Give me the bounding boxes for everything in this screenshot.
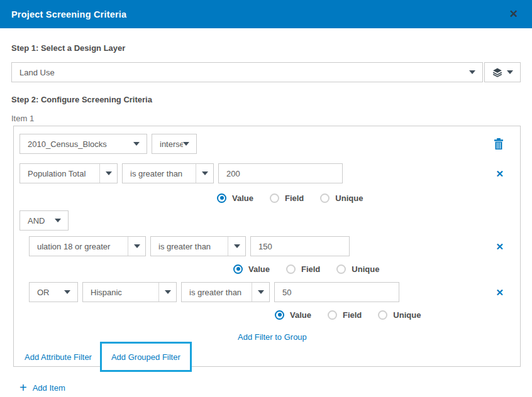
add-grouped-filter-link[interactable]: Add Grouped Filter <box>111 352 180 362</box>
chevron-down-icon <box>234 244 240 248</box>
radio-value-label: Value <box>232 193 253 203</box>
group-filter2-value-input[interactable]: 50 <box>274 282 399 302</box>
chevron-down-icon <box>165 290 171 294</box>
spatial-operator-select[interactable]: intersects <box>152 134 197 154</box>
select-caret-cell <box>99 164 117 183</box>
radio-value[interactable] <box>217 193 226 203</box>
filter1-operator-select[interactable]: is greater than <box>122 163 214 183</box>
close-icon[interactable]: ✕ <box>506 6 522 22</box>
group-logic-select[interactable]: AND <box>19 210 69 231</box>
remove-filter1-button[interactable]: ✕ <box>496 169 504 178</box>
add-grouped-filter-focus-box: Add Grouped Filter <box>100 342 192 372</box>
group-filter-row: OR Hispanic is greater than 50 ✕ <box>29 282 520 302</box>
expression-row: 2010_Census_Blocks intersects <box>19 134 520 154</box>
chevron-down-icon <box>507 70 513 74</box>
item-label: Item 1 <box>11 114 521 123</box>
radio-field-label: Field <box>343 310 362 320</box>
filter1-field-select[interactable]: Population Total <box>19 163 118 183</box>
delete-item-button[interactable] <box>494 138 504 150</box>
dialog-header: Project Screening Criteria ✕ <box>0 0 532 28</box>
select-caret-cell <box>252 283 269 302</box>
filter1-value-input[interactable]: 200 <box>218 163 343 183</box>
group-filter2-field-value: Hispanic <box>83 288 128 297</box>
select-caret-cell <box>196 164 213 183</box>
select-caret-cell <box>128 237 145 256</box>
radio-unique[interactable] <box>336 264 346 274</box>
chevron-down-icon <box>64 290 70 294</box>
filter-links-row: Add Attribute Filter Add Grouped Filter <box>25 342 520 372</box>
radio-field-label: Field <box>301 264 320 274</box>
expression-layer-select[interactable]: 2010_Census_Blocks <box>19 134 147 154</box>
group-filter1-value-type-radios: Value Field Unique <box>233 264 520 274</box>
filter1-value-type-radios: Value Field Unique <box>217 193 520 203</box>
attribute-filter-row: Population Total is greater than 200 ✕ <box>19 163 520 183</box>
group-filter1-field-select[interactable]: ulation 18 or greater <box>29 236 146 256</box>
radio-value[interactable] <box>233 264 243 274</box>
add-attribute-filter-link[interactable]: Add Attribute Filter <box>25 352 92 362</box>
plus-icon[interactable]: + <box>19 383 27 393</box>
group-filter2-operator-select[interactable]: is greater than <box>181 282 270 302</box>
group-filter2-logic-select[interactable]: OR <box>29 282 78 302</box>
radio-unique[interactable] <box>378 310 387 320</box>
design-layer-value: Land Use <box>12 68 61 77</box>
radio-field[interactable] <box>286 264 296 274</box>
project-screening-criteria-dialog: Project Screening Criteria ✕ Step 1: Sel… <box>0 0 532 397</box>
remove-icon: ✕ <box>496 169 504 178</box>
select-caret-cell <box>158 283 176 302</box>
remove-icon: ✕ <box>496 242 504 251</box>
layers-icon <box>492 68 502 77</box>
chevron-down-icon <box>469 70 475 74</box>
dialog-title: Project Screening Criteria <box>11 9 506 19</box>
group-filter1-operator-value: is greater than <box>151 242 217 251</box>
radio-field[interactable] <box>328 310 337 320</box>
group-filter2-value-type-radios: Value Field Unique <box>275 310 520 320</box>
step2-heading: Step 2: Configure Screening Criteria <box>11 95 521 104</box>
remove-group-filter2-button[interactable]: ✕ <box>496 288 504 297</box>
group-filter2-logic-value: OR <box>30 288 56 297</box>
remove-group-filter1-button[interactable]: ✕ <box>496 242 504 251</box>
add-item-link[interactable]: Add Item <box>33 383 65 393</box>
chevron-down-icon <box>106 171 112 175</box>
item-panel: 2010_Census_Blocks intersects <box>13 126 521 367</box>
add-item-row: + Add Item <box>19 383 521 393</box>
group-filter1-field-value: ulation 18 or greater <box>30 242 116 251</box>
radio-field-label: Field <box>285 193 304 203</box>
radio-field[interactable] <box>270 193 279 203</box>
group-filter2-operator-value: is greater than <box>182 288 248 297</box>
group-filter1-operator-select[interactable]: is greater than <box>150 236 246 256</box>
group-filter1-value-input[interactable]: 150 <box>250 236 350 256</box>
radio-unique-label: Unique <box>352 264 379 274</box>
group-filter-row: ulation 18 or greater is greater than 15… <box>29 236 520 256</box>
design-layer-select[interactable]: Land Use <box>11 62 483 82</box>
group-filter2-field-select[interactable]: Hispanic <box>82 282 177 302</box>
chevron-down-icon <box>55 219 61 222</box>
step1-heading: Step 1: Select a Design Layer <box>11 43 521 53</box>
trash-icon <box>494 138 504 150</box>
group-logic-row: AND <box>19 210 520 231</box>
chevron-down-icon <box>134 244 140 248</box>
chevron-down-icon <box>202 171 208 175</box>
remove-icon: ✕ <box>496 288 504 297</box>
layer-options-button[interactable] <box>484 62 521 82</box>
radio-unique-label: Unique <box>393 310 421 320</box>
select-caret-cell <box>228 237 245 256</box>
chevron-down-icon <box>133 142 140 146</box>
radio-value-label: Value <box>248 264 270 274</box>
add-filter-to-group-row: Add Filter to Group <box>238 332 520 342</box>
add-filter-to-group-link[interactable]: Add Filter to Group <box>238 332 307 342</box>
chevron-down-icon <box>183 142 189 146</box>
filter1-operator-value: is greater than <box>123 169 189 178</box>
radio-value[interactable] <box>275 310 284 320</box>
radio-unique-label: Unique <box>335 193 363 203</box>
group-logic-value: AND <box>20 216 51 226</box>
filter1-field-value: Population Total <box>20 169 92 178</box>
radio-unique[interactable] <box>320 193 330 203</box>
radio-value-label: Value <box>290 310 311 320</box>
spatial-operator-value: intersects <box>152 139 183 149</box>
expression-layer-value: 2010_Census_Blocks <box>20 139 113 149</box>
chevron-down-icon <box>258 290 264 294</box>
